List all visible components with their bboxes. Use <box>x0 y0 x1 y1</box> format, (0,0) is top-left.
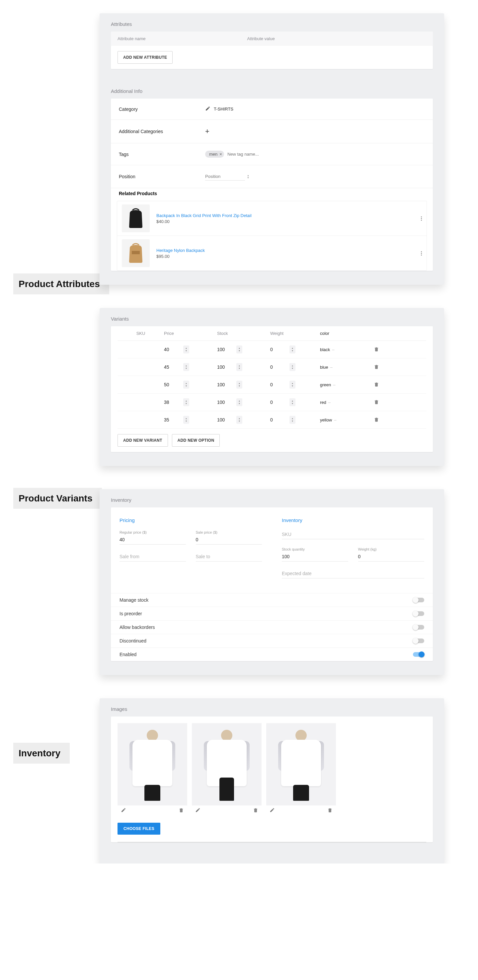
label-inventory: Inventory <box>19 747 61 759</box>
clear-color-icon[interactable]: – <box>328 400 331 405</box>
manage-stock-switch[interactable] <box>413 598 424 602</box>
regular-price-input[interactable]: 40 <box>120 536 186 544</box>
stock-qty-label: Stock quantity <box>282 547 348 551</box>
delete-variant-icon[interactable] <box>374 347 379 353</box>
related-item-name[interactable]: Backpack In Black Grid Print With Front … <box>156 213 414 218</box>
weight-stepper[interactable]: ▲▼ <box>290 363 295 371</box>
stock-input[interactable] <box>217 417 233 422</box>
delete-image-icon[interactable] <box>253 807 258 814</box>
sale-price-input[interactable]: 0 <box>196 536 262 544</box>
header-attr-value: Attribute value <box>247 36 426 41</box>
delete-image-icon[interactable] <box>327 807 333 814</box>
price-input[interactable] <box>164 399 180 405</box>
price-stepper[interactable]: ▲▼ <box>183 416 189 424</box>
edit-image-icon[interactable] <box>195 807 201 814</box>
weight-input[interactable] <box>270 347 286 352</box>
weight-input[interactable] <box>270 417 286 422</box>
delete-variant-icon[interactable] <box>374 417 379 423</box>
images-title: Images <box>100 698 444 716</box>
stock-stepper[interactable]: ▲▼ <box>236 398 242 406</box>
delete-variant-icon[interactable] <box>374 364 379 371</box>
remove-tag-icon[interactable]: × <box>220 152 222 157</box>
add-option-button[interactable]: ADD NEW OPTION <box>172 434 220 447</box>
position-stepper[interactable]: ▲▼ <box>247 174 249 179</box>
weight-stepper[interactable]: ▲▼ <box>290 345 295 353</box>
weight-input[interactable] <box>270 382 286 387</box>
weight-stepper[interactable]: ▲▼ <box>290 381 295 389</box>
related-item-name[interactable]: Heritage Nylon Backpack <box>156 248 414 253</box>
weight-input[interactable]: 0 <box>358 552 425 562</box>
related-item-price: $95.00 <box>156 254 414 259</box>
delete-variant-icon[interactable] <box>374 399 379 406</box>
price-stepper[interactable]: ▲▼ <box>183 381 189 389</box>
stock-stepper[interactable]: ▲▼ <box>236 363 242 371</box>
category-value: T-SHIRTS <box>214 107 233 111</box>
backorders-switch[interactable] <box>413 625 424 630</box>
weight-label: Weight (kg) <box>358 547 425 551</box>
add-category-icon[interactable]: + <box>205 127 209 136</box>
enabled-switch[interactable] <box>413 652 424 657</box>
price-stepper[interactable]: ▲▼ <box>183 363 189 371</box>
sku-input[interactable]: SKU <box>282 530 424 539</box>
image-thumbnail[interactable] <box>118 723 187 805</box>
edit-image-icon[interactable] <box>269 807 275 814</box>
position-input[interactable] <box>205 173 245 181</box>
price-input[interactable] <box>164 364 180 370</box>
tag-chip[interactable]: men × <box>205 151 224 158</box>
sale-from-input[interactable]: Sale from <box>120 552 186 562</box>
price-input[interactable] <box>164 347 180 352</box>
sale-price-label: Sale price ($) <box>196 530 262 534</box>
price-input[interactable] <box>164 417 180 422</box>
sale-to-input[interactable]: Sale to <box>196 552 262 562</box>
related-item: Backpack In Black Grid Print With Front … <box>117 201 427 236</box>
add-attribute-button[interactable]: ADD NEW ATTRIBUTE <box>118 51 173 64</box>
pencil-icon[interactable] <box>205 106 210 112</box>
price-stepper[interactable]: ▲▼ <box>183 398 189 406</box>
inventory-header: Inventory <box>282 517 424 523</box>
add-variant-button[interactable]: ADD NEW VARIANT <box>118 434 168 447</box>
stock-stepper[interactable]: ▲▼ <box>236 345 242 353</box>
related-thumbnail <box>122 239 150 267</box>
clear-color-icon[interactable]: – <box>334 417 336 422</box>
more-icon[interactable] <box>421 251 422 256</box>
choose-files-button[interactable]: CHOOSE FILES <box>118 823 160 835</box>
weight-stepper[interactable]: ▲▼ <box>290 416 295 424</box>
inventory-title: Inventory <box>100 489 444 508</box>
price-input[interactable] <box>164 382 180 387</box>
toggle-enabled: Enabled <box>111 648 433 661</box>
weight-input[interactable] <box>270 399 286 405</box>
additional-info-title: Additional Info <box>100 80 444 99</box>
image-thumbnail[interactable] <box>192 723 261 805</box>
preorder-switch[interactable] <box>413 611 424 616</box>
color-value[interactable]: blue <box>320 365 328 370</box>
color-value[interactable]: yellow <box>320 417 332 422</box>
color-value[interactable]: black <box>320 347 330 352</box>
image-card <box>266 723 336 816</box>
toggle-backorders: Allow backorders <box>111 620 433 634</box>
stock-input[interactable] <box>217 399 233 405</box>
stock-input[interactable] <box>217 347 233 352</box>
weight-stepper[interactable]: ▲▼ <box>290 398 295 406</box>
discontinued-switch[interactable] <box>413 638 424 643</box>
expected-date-input[interactable]: Expected date <box>282 570 424 578</box>
new-tag-input[interactable] <box>227 152 283 157</box>
clear-color-icon[interactable]: – <box>333 382 335 387</box>
stock-stepper[interactable]: ▲▼ <box>236 381 242 389</box>
delete-variant-icon[interactable] <box>374 382 379 388</box>
toggle-preorder: Is preorder <box>111 607 433 620</box>
image-thumbnail[interactable] <box>266 723 336 805</box>
clear-color-icon[interactable]: – <box>332 347 334 352</box>
stock-stepper[interactable]: ▲▼ <box>236 416 242 424</box>
more-icon[interactable] <box>421 216 422 221</box>
color-value[interactable]: green <box>320 382 331 387</box>
edit-image-icon[interactable] <box>121 807 126 814</box>
delete-image-icon[interactable] <box>178 807 184 814</box>
regular-price-label: Regular price ($) <box>120 530 186 534</box>
color-value[interactable]: red <box>320 400 326 405</box>
weight-input[interactable] <box>270 364 286 370</box>
stock-qty-input[interactable]: 100 <box>282 552 348 562</box>
stock-input[interactable] <box>217 382 233 387</box>
stock-input[interactable] <box>217 364 233 370</box>
price-stepper[interactable]: ▲▼ <box>183 345 189 353</box>
clear-color-icon[interactable]: – <box>330 365 333 370</box>
